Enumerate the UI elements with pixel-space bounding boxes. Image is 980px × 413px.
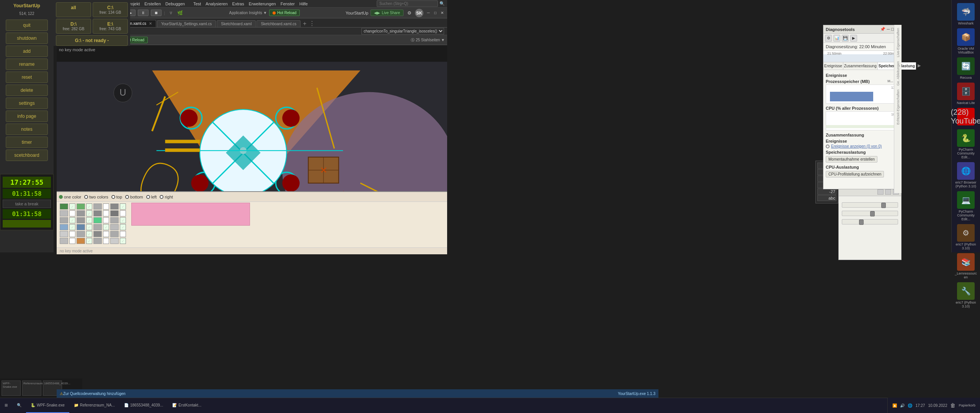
- check-3-2[interactable]: ✓: [86, 217, 92, 223]
- taskbar-search[interactable]: 🔍: [12, 398, 26, 413]
- color-cell-5-3[interactable]: [93, 231, 102, 237]
- color-cell-3-2[interactable]: [77, 217, 85, 223]
- color-cell-6-3[interactable]: [93, 238, 102, 244]
- diag-expand-icon[interactable]: ▶: [916, 62, 922, 70]
- slider-track-2[interactable]: [842, 211, 898, 216]
- color-cell-2-2[interactable]: [77, 210, 85, 216]
- slider-track-1[interactable]: [842, 202, 898, 208]
- slide-pin-icon[interactable]: ─: [877, 189, 884, 195]
- check-4-1[interactable]: ✓: [69, 224, 75, 230]
- one-color-option[interactable]: one color: [59, 195, 81, 199]
- vert-tab-live[interactable]: Live-Eigenschaften: [895, 26, 902, 59]
- notification-icon[interactable]: 🗑: [950, 402, 956, 408]
- two-colors-option[interactable]: two colors: [84, 195, 108, 199]
- left-option[interactable]: left: [146, 195, 157, 199]
- quit-button[interactable]: quit: [6, 20, 48, 31]
- notes-button[interactable]: notes: [6, 124, 48, 135]
- taskbar-referenzraum[interactable]: 📁 Referenzraum_NA...: [69, 398, 119, 413]
- tray-icon1[interactable]: 🔼: [892, 403, 897, 408]
- diag-tb-icon2[interactable]: 📊: [833, 35, 840, 42]
- search-icon[interactable]: 🔍: [439, 1, 445, 6]
- shutdown-button[interactable]: shutdown: [6, 33, 48, 44]
- settings-icon2[interactable]: ⚙: [406, 10, 413, 16]
- app-icon-eric7-2[interactable]: 🔧 eric7 (Python 3.10): [955, 282, 977, 308]
- add-tab-button[interactable]: +: [303, 20, 306, 27]
- tray-icon3[interactable]: 🌐: [908, 403, 912, 408]
- check-3-3[interactable]: [103, 217, 109, 223]
- color-cell-4-3[interactable]: [93, 224, 102, 230]
- drive-e[interactable]: E:\ free: 743 GB: [93, 19, 128, 34]
- take-break-button[interactable]: take a break: [3, 200, 51, 208]
- reset-button[interactable]: reset: [6, 72, 48, 83]
- check-6-3[interactable]: [103, 238, 109, 244]
- slider-thumb-1[interactable]: [881, 203, 886, 208]
- color-cell-5-1[interactable]: [60, 231, 68, 237]
- add-button[interactable]: add: [6, 46, 48, 57]
- diag-snapshot-button[interactable]: Momentaufnahme erstellen: [826, 156, 877, 163]
- slider-thumb-3[interactable]: [859, 220, 864, 225]
- color-cell-4-2[interactable]: [77, 224, 85, 230]
- check-5-3[interactable]: [103, 231, 109, 237]
- num-field-6[interactable]: [817, 195, 836, 201]
- hot-reload-button[interactable]: Hot Reload: [269, 10, 300, 16]
- git-icon[interactable]: ⑂: [167, 10, 174, 16]
- slide-minimize-icon[interactable]: ▼: [885, 189, 891, 195]
- diag-maximize-icon[interactable]: □: [891, 27, 894, 32]
- check-5-2[interactable]: ✓: [86, 231, 92, 237]
- check-5-1[interactable]: [69, 231, 75, 237]
- color-cell-6-4[interactable]: [110, 238, 119, 244]
- drive-g[interactable]: G:\ - not ready -: [56, 35, 128, 46]
- menu-hilfe[interactable]: Hilfe: [299, 2, 308, 6]
- vert-tab-abl[interactable]: Ge. Ableitungen: [895, 60, 902, 87]
- menu-test[interactable]: Test: [193, 2, 201, 6]
- app-icon-virtualbox[interactable]: 📦 Oracle VM VirtualBox: [955, 28, 977, 54]
- color-cell-1-1[interactable]: [60, 203, 68, 210]
- app-icon-eric7[interactable]: ⚙ eric7 (Python 3.10): [955, 224, 977, 250]
- rename-button[interactable]: rename: [6, 59, 48, 70]
- color-cell-5-2[interactable]: [77, 231, 85, 237]
- color-cell-6-2[interactable]: [77, 238, 85, 244]
- top-option[interactable]: top: [111, 195, 122, 199]
- check-6-1[interactable]: [69, 238, 75, 244]
- diag-profile-button[interactable]: CPU-Profilstellung aufzeichnen: [826, 171, 884, 177]
- app-icon-youtube[interactable]: (228) YouTube: [955, 108, 977, 126]
- taskbar-erstkontakt[interactable]: 📝 ErstKontakt...: [168, 398, 206, 413]
- check-6-4[interactable]: ✓: [120, 238, 126, 244]
- taskbar-wpf-snake[interactable]: 🐍 WPF-Snake.exe: [26, 398, 69, 413]
- diag-minimize-icon[interactable]: ─: [887, 27, 890, 32]
- diag-tb-icon1[interactable]: ⚙: [825, 35, 832, 42]
- color-cell-3-4[interactable]: [110, 217, 119, 223]
- task-thumb-1[interactable]: WPF-Snake.exe: [2, 380, 21, 396]
- drive-c[interactable]: C:\ free: 134 GB: [93, 2, 128, 17]
- app-icon-recuva[interactable]: 🔄 Recuva: [955, 57, 977, 80]
- diag-tb-icon3[interactable]: 💾: [842, 35, 849, 42]
- color-cell-5-4[interactable]: [110, 231, 119, 237]
- app-icon-pycharm1[interactable]: 🐍 PyCharm Community Edit...: [955, 129, 977, 159]
- task-thumb-2[interactable]: Referenzraum_NA...: [22, 380, 41, 396]
- check-1-2[interactable]: ✓: [86, 203, 92, 210]
- color-cell-3-1[interactable]: [60, 217, 68, 223]
- taskbar-start-button[interactable]: ⊞: [0, 398, 12, 413]
- slider-track-3[interactable]: [842, 219, 898, 224]
- live-share-button[interactable]: ◀▶ Live Share: [371, 10, 403, 16]
- diag-events-link[interactable]: Ereignisse anzeigen (0 von 0): [831, 144, 882, 148]
- color-cell-4-4[interactable]: [110, 224, 119, 230]
- stop-button[interactable]: ⏹: [151, 10, 162, 16]
- app-icon-navicat[interactable]: 🗄️ Navicat Lite: [955, 83, 977, 105]
- vert-tab-erieg[interactable]: Echtzeit-Eigenschaften: [895, 88, 902, 126]
- color-cell-3-3[interactable]: [93, 217, 102, 223]
- user-avatar[interactable]: SK: [415, 9, 423, 17]
- tray-icon2[interactable]: 🔊: [900, 403, 905, 408]
- color-cell-1-2[interactable]: [77, 203, 85, 210]
- menu-fenster[interactable]: Fenster: [281, 2, 295, 6]
- close-button[interactable]: ✕: [439, 10, 445, 16]
- color-cell-2-1[interactable]: [60, 210, 68, 216]
- menu-erstellen[interactable]: Erstellen: [144, 2, 161, 6]
- color-cell-1-3[interactable]: [93, 203, 102, 210]
- tray-time[interactable]: 17:27: [915, 403, 925, 408]
- color-cell-2-3[interactable]: [93, 210, 102, 216]
- tab-cascadebutton-close[interactable]: ✕: [149, 21, 152, 26]
- menu-erweiterungen[interactable]: Erweiterungen: [249, 2, 276, 6]
- check-4-4[interactable]: ✓: [120, 224, 126, 230]
- check-3-4[interactable]: ✓: [120, 217, 126, 223]
